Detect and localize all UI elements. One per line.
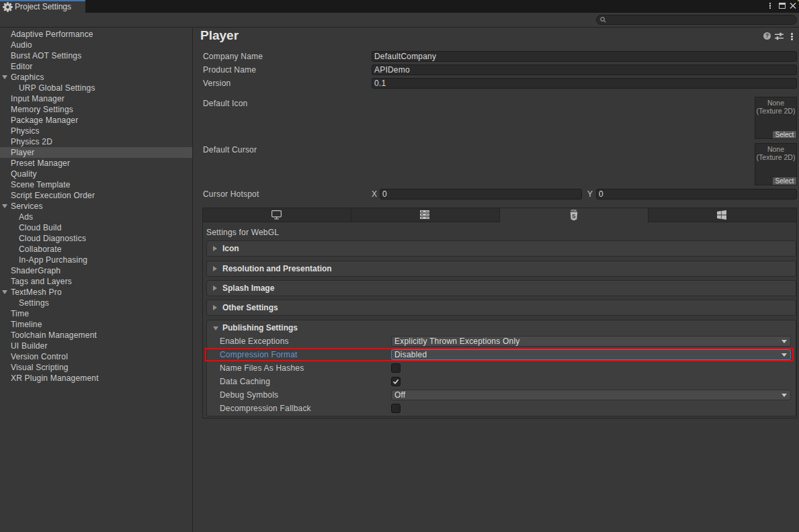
svg-text:5: 5	[572, 212, 576, 220]
